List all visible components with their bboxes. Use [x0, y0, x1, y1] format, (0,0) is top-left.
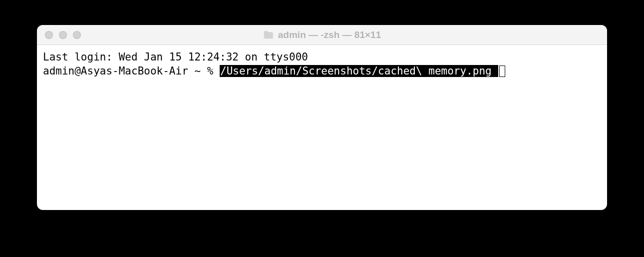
prompt-line: admin@Asyas-MacBook-Air ~ % /Users/admin…	[43, 64, 601, 78]
window-title-wrap: admin — -zsh — 81×11	[263, 30, 381, 40]
terminal-window: admin — -zsh — 81×11 Last login: Wed Jan…	[37, 25, 607, 210]
window-controls	[37, 31, 81, 39]
shell-prompt: admin@Asyas-MacBook-Air ~ %	[43, 65, 220, 77]
last-login-line: Last login: Wed Jan 15 12:24:32 on ttys0…	[43, 50, 601, 64]
minimize-button[interactable]	[59, 31, 67, 39]
cursor	[499, 66, 505, 77]
titlebar[interactable]: admin — -zsh — 81×11	[37, 25, 607, 45]
folder-icon	[263, 30, 274, 40]
maximize-button[interactable]	[73, 31, 81, 39]
command-input[interactable]: /Users/admin/Screenshots/cached\ memory.…	[220, 65, 498, 77]
terminal-output[interactable]: Last login: Wed Jan 15 12:24:32 on ttys0…	[37, 45, 607, 210]
close-button[interactable]	[45, 31, 53, 39]
window-title: admin — -zsh — 81×11	[278, 30, 381, 40]
